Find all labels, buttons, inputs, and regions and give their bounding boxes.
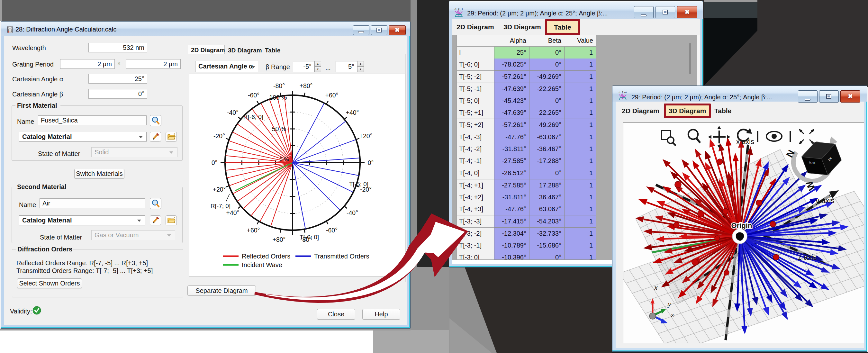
- svg-text:Origin: Origin: [732, 222, 752, 229]
- svg-text:y axis: y axis: [815, 196, 835, 205]
- svg-text:z axis: z axis: [798, 253, 817, 261]
- svg-text:y: y: [667, 300, 671, 308]
- svg-text:x: x: [654, 283, 658, 292]
- svg-text:-1: -1: [619, 91, 620, 94]
- svg-text:+1: +1: [624, 91, 627, 94]
- svg-text:z: z: [671, 311, 674, 319]
- svg-text:0: 0: [622, 91, 623, 93]
